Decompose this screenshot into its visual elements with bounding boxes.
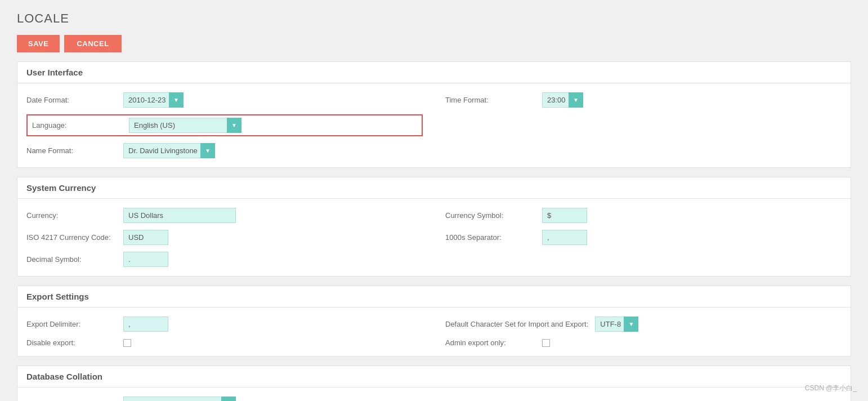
decimal-row: Decimal Symbol: bbox=[26, 252, 423, 267]
currency-label: Currency: bbox=[26, 211, 117, 220]
date-format-row: Date Format: 2010-12-23 bbox=[26, 92, 423, 108]
date-format-select[interactable]: 2010-12-23 bbox=[123, 92, 184, 108]
currency-symbol-input[interactable] bbox=[542, 208, 587, 223]
system-currency-header: System Currency bbox=[17, 177, 851, 199]
time-format-row: Time Format: 23:00 bbox=[445, 92, 842, 108]
time-format-select[interactable]: 23:00 bbox=[542, 92, 583, 108]
save-button-top[interactable]: SAVE bbox=[17, 35, 60, 52]
collation-row: Collation utf8mb4_general_ci bbox=[26, 396, 842, 401]
export-delimiter-input[interactable] bbox=[123, 317, 168, 332]
name-format-select[interactable]: Dr. David Livingstone bbox=[123, 143, 215, 158]
currency-symbol-label: Currency Symbol: bbox=[445, 211, 535, 220]
time-format-label: Time Format: bbox=[445, 96, 535, 104]
export-delimiter-label: Export Delimiter: bbox=[26, 320, 117, 328]
charset-select[interactable]: UTF-8 bbox=[595, 317, 638, 332]
date-format-select-wrapper[interactable]: 2010-12-23 bbox=[123, 92, 184, 108]
user-interface-header: User Interface bbox=[17, 62, 851, 83]
page-title: LOCALE bbox=[17, 11, 851, 26]
thousands-row: 1000s Separator: bbox=[445, 230, 842, 245]
disable-export-checkbox[interactable] bbox=[123, 339, 131, 347]
currency-symbol-row: Currency Symbol: bbox=[445, 208, 842, 223]
disable-export-row: Disable export: bbox=[26, 338, 423, 347]
admin-export-checkbox[interactable] bbox=[542, 339, 550, 347]
language-label: Language: bbox=[32, 121, 122, 130]
thousands-label: 1000s Separator: bbox=[445, 233, 535, 242]
currency-input[interactable] bbox=[123, 208, 236, 223]
decimal-label: Decimal Symbol: bbox=[26, 255, 117, 264]
disable-export-label: Disable export: bbox=[26, 338, 117, 347]
watermark: CSDN @李小白_ bbox=[805, 384, 857, 393]
export-delimiter-row: Export Delimiter: bbox=[26, 317, 423, 332]
database-collation-header: Database Collation bbox=[17, 366, 851, 387]
name-format-select-wrapper[interactable]: Dr. David Livingstone bbox=[123, 143, 215, 158]
collation-select-wrapper[interactable]: utf8mb4_general_ci bbox=[123, 396, 236, 401]
default-charset-label: Default Character Set for Import and Exp… bbox=[445, 320, 588, 328]
system-currency-body: Currency: Currency Symbol: ISO 4217 Curr… bbox=[17, 199, 851, 276]
admin-export-row: Admin export only: bbox=[445, 338, 842, 347]
user-interface-section: User Interface Date Format: 2010-12-23 T… bbox=[17, 61, 851, 168]
name-format-label: Name Format: bbox=[26, 146, 117, 155]
system-currency-section: System Currency Currency: Currency Symbo… bbox=[17, 177, 851, 277]
currency-row: Currency: bbox=[26, 208, 423, 223]
language-select[interactable]: English (US) bbox=[129, 118, 241, 133]
collation-select[interactable]: utf8mb4_general_ci bbox=[123, 396, 236, 401]
decimal-input[interactable] bbox=[123, 252, 168, 267]
export-settings-section: Export Settings Export Delimiter: Defaul… bbox=[17, 286, 851, 357]
cancel-button-top[interactable]: CANCEL bbox=[64, 35, 121, 52]
time-format-select-wrapper[interactable]: 23:00 bbox=[542, 92, 583, 108]
export-settings-body: Export Delimiter: Default Character Set … bbox=[17, 308, 851, 356]
admin-export-label: Admin export only: bbox=[445, 338, 535, 347]
iso-label: ISO 4217 Currency Code: bbox=[26, 233, 117, 242]
top-toolbar: SAVE CANCEL bbox=[17, 35, 851, 52]
language-select-wrapper[interactable]: English (US) bbox=[129, 118, 241, 133]
charset-select-wrapper[interactable]: UTF-8 bbox=[595, 317, 638, 332]
export-settings-header: Export Settings bbox=[17, 286, 851, 308]
iso-input[interactable] bbox=[123, 230, 168, 245]
user-interface-body: Date Format: 2010-12-23 Time Format: 23:… bbox=[17, 83, 851, 167]
database-collation-section: Database Collation Collation utf8mb4_gen… bbox=[17, 366, 851, 401]
date-format-label: Date Format: bbox=[26, 96, 117, 104]
default-charset-row: Default Character Set for Import and Exp… bbox=[445, 317, 842, 332]
thousands-input[interactable] bbox=[542, 230, 587, 245]
iso-row: ISO 4217 Currency Code: bbox=[26, 230, 423, 245]
language-row: Language: English (US) bbox=[26, 114, 423, 136]
name-format-row: Name Format: Dr. David Livingstone bbox=[26, 143, 423, 158]
database-collation-body: Collation utf8mb4_general_ci bbox=[17, 387, 851, 401]
